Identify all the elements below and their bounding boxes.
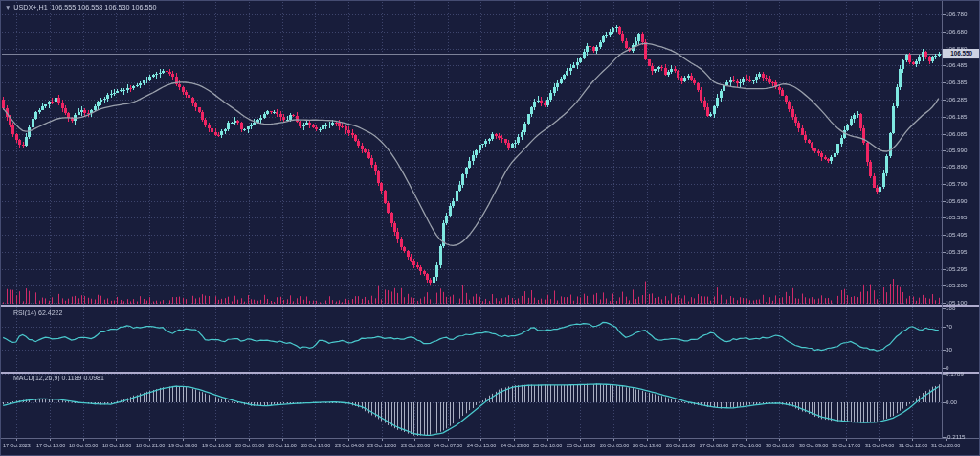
time-axis-label: 19 Oct 08:00 [168,443,197,448]
time-axis-label: 18 Oct 05:00 [69,443,98,448]
time-axis-label: 31 Oct 12:00 [899,443,927,448]
price-axis-label: 105.990 [946,147,967,153]
rsi-axis-label: 70 [946,323,952,330]
current-price-tag: 106.550 [943,49,980,58]
price-axis-label: 105.595 [946,214,967,220]
price-axis-label: 106.285 [946,96,967,103]
price-axis-label: 105.395 [946,248,967,255]
time-axis-label: 24 Oct 07:00 [434,443,462,448]
time-axis-label: 23 Oct 20:00 [401,443,430,448]
price-axis-label: 106.085 [946,130,967,137]
macd-axis-label: 0.00 [946,399,957,405]
symbol-period-label: USDX+,H1 [13,3,47,11]
price-axis-label: 105.495 [946,231,967,238]
rsi-axis-label: 100 [946,305,955,311]
time-axis-label: 30 Oct 01:00 [766,443,794,448]
time-axis-label: 23 Oct 04:00 [335,443,364,448]
time-axis-label: 26 Oct 21:00 [666,443,695,448]
chart-window: ▼USDX+,H1106.555 106.558 106.530 106.550… [0,0,980,456]
time-axis-label: 25 Oct 18:00 [567,443,595,448]
macd-axis-label: -0.2115 [946,433,966,440]
price-axis-label: 106.780 [946,11,967,17]
time-axis-label: 20 Oct 11:00 [268,443,297,448]
time-axis-label: 25 Oct 10:00 [533,443,562,448]
macd-axis-label: 0.1789 [946,370,964,376]
time-axis-label: 20 Oct 19:00 [301,443,330,448]
time-axis-label: 24 Oct 23:00 [501,443,529,448]
rsi-indicator-label: RSI(14) 62.4222 [13,309,62,316]
chart-canvas[interactable] [1,1,980,456]
ohlc-values: 106.555 106.558 106.530 106.550 [51,3,156,11]
time-axis-label: 27 Oct 08:00 [700,443,728,448]
price-axis-label: 106.185 [946,113,967,120]
time-axis-label: 27 Oct 16:00 [732,443,761,448]
time-axis-label: 19 Oct 16:00 [202,443,231,448]
price-axis-label: 105.890 [946,163,967,170]
time-axis-label: 26 Oct 05:00 [600,443,629,448]
time-axis-label: 20 Oct 03:00 [235,443,264,448]
time-axis-label: 31 Oct 20:00 [931,443,960,448]
price-axis-label: 106.385 [946,79,967,85]
time-axis-label: 17 Oct 2023 [3,443,31,448]
time-axis-label: 18 Oct 13:00 [102,443,131,448]
price-axis-label: 105.200 [946,282,967,288]
price-axis-label: 106.485 [946,61,967,68]
rsi-axis-label: 30 [946,346,952,353]
price-axis-label: 105.790 [946,180,967,187]
time-axis-label: 24 Oct 15:00 [467,443,496,448]
time-axis-label: 26 Oct 13:00 [633,443,661,448]
time-axis-label: 31 Oct 04:00 [865,443,894,448]
time-axis-label: 30 Oct 09:00 [799,443,828,448]
time-axis-label: 17 Oct 18:00 [36,443,65,448]
price-axis-label: 106.680 [946,28,967,34]
time-axis-label: 23 Oct 12:00 [368,443,396,448]
price-axis-label: 105.295 [946,265,967,272]
time-axis-label: 18 Oct 21:00 [136,443,165,448]
chart-menu-icon[interactable]: ▼ [5,4,11,11]
price-axis-label: 105.690 [946,197,967,204]
time-axis-label: 30 Oct 17:00 [832,443,860,448]
chart-title: ▼USDX+,H1106.555 106.558 106.530 106.550 [5,4,156,11]
macd-indicator-label: MACD(12,26,9) 0.1189 0.0981 [13,375,104,381]
